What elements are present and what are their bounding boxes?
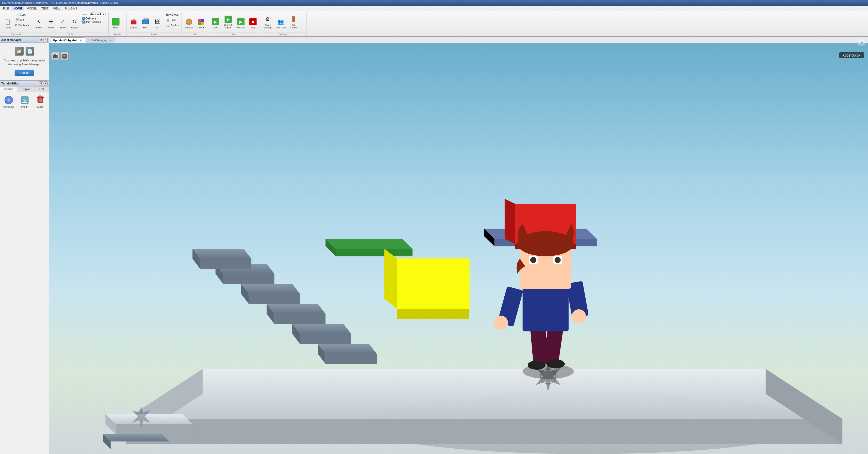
- svg-marker-35: [318, 344, 377, 354]
- generate-tool[interactable]: ⚡ Generate: [2, 94, 15, 109]
- terrain-editor-pin-button[interactable]: 📌: [39, 82, 43, 86]
- toolbox-button[interactable]: 🧰 Toolbox: [128, 12, 139, 29]
- anchor-icon: ⚓: [166, 24, 170, 27]
- svg-marker-55: [336, 249, 412, 256]
- terrain-tab-create[interactable]: Create: [0, 87, 18, 92]
- menu-home[interactable]: HOME: [11, 6, 24, 10]
- terrain-tab-region[interactable]: Region: [18, 87, 35, 92]
- stop-label: Stop: [251, 26, 255, 29]
- material-label: Material: [185, 26, 193, 29]
- copy-label: Copy: [20, 13, 26, 16]
- resume-button[interactable]: ▶ Resume: [235, 12, 247, 29]
- copy-button[interactable]: 📄 Copy: [14, 12, 30, 17]
- editor-icon: [112, 18, 120, 26]
- paste-button[interactable]: 📋 Paste: [2, 12, 14, 29]
- collisions-label: Collisions: [86, 17, 96, 20]
- select-button[interactable]: ↖ Select: [34, 12, 45, 29]
- part-button[interactable]: Part: [140, 12, 151, 29]
- duplicate-icon: ⧉: [16, 24, 18, 27]
- asset-manager-pin-button[interactable]: 📌: [39, 38, 43, 42]
- tab-color-changing-close[interactable]: ✕: [109, 38, 113, 42]
- mode-row: Mode: Geometric ▾: [82, 12, 106, 17]
- editor-button[interactable]: Editor: [110, 12, 121, 29]
- asset-manager-title: Asset Manager: [1, 38, 38, 41]
- clear-tool[interactable]: Clear: [35, 94, 46, 109]
- import-tool[interactable]: Import: [19, 94, 30, 109]
- insert-label: Insert: [128, 32, 180, 36]
- stop-button[interactable]: ■ Stop: [247, 12, 258, 29]
- svg-rect-56: [397, 259, 469, 309]
- scene-svg: [49, 43, 868, 454]
- current-client-button[interactable]: ▶ CurrentClient: [221, 12, 235, 29]
- menu-bar: FILE HOME MODEL TEST VIEW PLUGINS: [0, 6, 868, 11]
- lock-button[interactable]: 🔒 Lock: [165, 18, 180, 23]
- part-icon: [141, 18, 150, 26]
- rotate-button[interactable]: ↻ Rotate: [69, 12, 80, 29]
- svg-rect-6: [198, 19, 201, 22]
- viewport-more-button[interactable]: ⋯: [858, 39, 865, 46]
- clear-label: Clear: [37, 105, 43, 108]
- color-button[interactable]: Color ▾: [195, 12, 206, 29]
- ribbon-group-clipboard: 📋 Paste 📄 Copy ✂️ Cut ⧉ Duplicate: [0, 12, 32, 36]
- join-surfaces-checkbox[interactable]: ✓ Join Surfaces: [82, 21, 106, 24]
- anchor-label: Anchor: [171, 24, 179, 27]
- script-icon[interactable]: [60, 52, 69, 60]
- menu-model[interactable]: MODEL: [25, 6, 39, 10]
- duplicate-button[interactable]: ⧉ Duplicate: [14, 23, 30, 28]
- cut-button[interactable]: ✂️ Cut: [14, 18, 30, 23]
- part-label: Part: [144, 26, 148, 29]
- game-settings-button[interactable]: ⚙ GameSettings: [262, 12, 274, 29]
- viewport-scene: koderoblox: [49, 43, 868, 454]
- insert-buttons: 🧰 Toolbox Part 🖼 UI: [128, 12, 180, 32]
- username-label: koderoblox: [843, 53, 861, 57]
- svg-marker-63: [505, 199, 515, 244]
- ui-button[interactable]: 🖼 UI: [152, 12, 163, 29]
- play-button[interactable]: ▶ Play: [210, 12, 221, 29]
- asset-file-icon[interactable]: 📄: [26, 47, 34, 56]
- viewport-tools: [51, 52, 69, 60]
- menu-file[interactable]: FILE: [1, 6, 11, 10]
- paste-icon: 📋: [4, 18, 12, 26]
- current-client-icon: ▶: [224, 15, 232, 23]
- tools-buttons: ↖ Select ✛ Move ⤢ Scale ↻ Rotate: [34, 12, 107, 32]
- mode-dropdown[interactable]: Geometric ▾: [89, 12, 106, 17]
- scale-label: Scale: [60, 26, 66, 29]
- svg-marker-31: [126, 369, 842, 419]
- move-button[interactable]: ✛ Move: [45, 12, 57, 29]
- svg-marker-87: [103, 434, 169, 442]
- publish-button[interactable]: Publish: [14, 70, 34, 76]
- scale-button[interactable]: ⤢ Scale: [57, 12, 68, 29]
- svg-marker-4: [149, 20, 149, 24]
- group-button[interactable]: ⊞ ▾ Group: [165, 12, 180, 17]
- team-test-button[interactable]: 👥 Team Test: [274, 12, 287, 29]
- svg-marker-3: [142, 19, 149, 20]
- svg-rect-24: [54, 54, 56, 55]
- camera-icon[interactable]: [51, 52, 59, 60]
- settings-label: Settings: [262, 32, 305, 36]
- anchor-button[interactable]: ⚓ Anchor: [165, 23, 180, 28]
- svg-rect-8: [198, 22, 201, 25]
- clipboard-small-group: 📄 Copy ✂️ Cut ⧉ Duplicate: [14, 12, 30, 28]
- rotate-icon: ↻: [70, 18, 79, 26]
- tab-color-changing[interactable]: ColorChanging ✕: [86, 37, 115, 43]
- exit-game-button[interactable]: 🚪 ExitGame: [288, 12, 299, 29]
- material-button[interactable]: Material: [183, 12, 195, 29]
- game-settings-label: GameSettings: [264, 24, 272, 29]
- menu-plugins[interactable]: PLUGINS: [63, 6, 80, 10]
- collisions-checkbox[interactable]: ✓ Collisions: [82, 17, 106, 20]
- ui-icon: 🖼: [153, 18, 161, 26]
- terrain-tab-edit[interactable]: Edit: [35, 87, 48, 92]
- terrain-editor-close-button[interactable]: ✕: [43, 82, 48, 86]
- svg-rect-17: [39, 96, 42, 98]
- menu-test[interactable]: TEST: [39, 6, 51, 10]
- asset-folder-icon[interactable]: 📁: [15, 47, 24, 56]
- ribbon-group-settings: ⚙ GameSettings 👥 Team Test 🚪 ExitGame Se…: [260, 12, 307, 36]
- tab-updated-obby-close[interactable]: ✕: [79, 38, 83, 42]
- tools-label: Tools: [34, 32, 107, 36]
- terrain-buttons: Editor: [110, 12, 125, 32]
- title-bar: C:\Users\kann\OneDrive\Documents\ROBLOX\…: [0, 0, 868, 6]
- select-label: Select: [36, 26, 42, 29]
- asset-manager-close-button[interactable]: ✕: [43, 38, 48, 42]
- tab-updated-obby[interactable]: UpdatedObby.rbxl ✕: [50, 37, 85, 43]
- menu-view[interactable]: VIEW: [51, 6, 62, 10]
